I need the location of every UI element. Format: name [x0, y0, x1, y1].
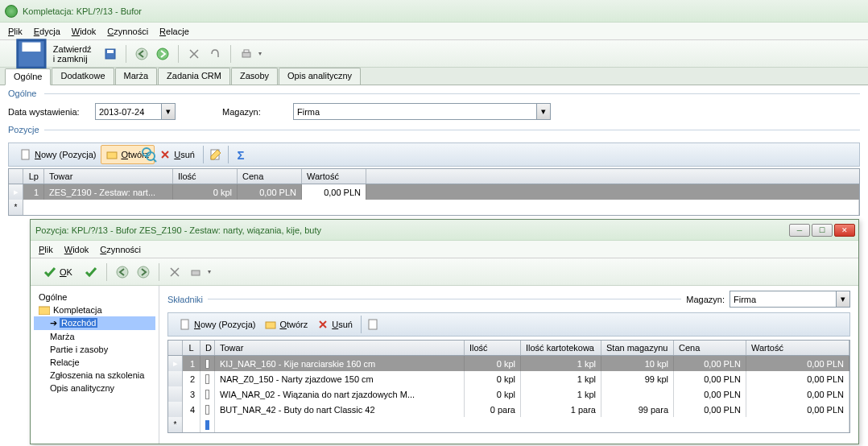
maximize-button[interactable]: ☐	[812, 224, 833, 237]
cena-header[interactable]: Cena	[238, 169, 302, 184]
main-tabs: Ogólne Dodatkowe Marża Zadania CRM Zasob…	[0, 68, 868, 85]
svg-rect-6	[242, 52, 250, 57]
wartosc-header[interactable]: Wartość	[302, 169, 366, 184]
menu-relacje[interactable]: Relacje	[159, 27, 189, 36]
mag-combo[interactable]: Firma ▾	[293, 103, 551, 120]
folder-icon	[39, 305, 50, 315]
edit-button[interactable]	[207, 146, 225, 163]
print-button[interactable]	[238, 45, 255, 63]
minimize-button[interactable]: ─	[789, 224, 810, 237]
cilosc-header[interactable]: Ilość	[465, 341, 521, 355]
table-row[interactable]: 4BUT_NAR_42 - Buty do nart Classic 420 p…	[168, 402, 849, 417]
ilosck-header[interactable]: Ilość kartotekowa	[521, 341, 601, 355]
new-row[interactable]	[168, 417, 849, 432]
stan-header[interactable]: Stan magazynu	[601, 341, 674, 355]
child-menu-czynnosci[interactable]: Czynności	[100, 245, 141, 254]
back-button[interactable]	[133, 45, 151, 63]
child-menu-widok[interactable]: Widok	[64, 245, 89, 254]
tree-zgloszenia[interactable]: Zgłoszenia na szkolenia	[34, 369, 155, 382]
table-row[interactable]: ▸ 1 ZES_Z190 - Zestaw: nart... 0 kpl 0,0…	[9, 184, 859, 200]
ilosc-header[interactable]: Ilość	[173, 169, 238, 184]
sum-button[interactable]: Σ	[232, 146, 250, 163]
attach-button[interactable]	[206, 45, 224, 63]
tree-marza[interactable]: Marża	[34, 330, 155, 343]
tree-kompletacja[interactable]: Kompletacja	[34, 304, 155, 316]
delete-position-button[interactable]: Usuń	[155, 145, 200, 164]
table-row[interactable]: 3WIA_NAR_02 - Wiązania do nart zjazdowyc…	[168, 386, 849, 402]
tree-relacje[interactable]: Relacje	[34, 356, 155, 369]
child-open-button[interactable]: Otwórz	[260, 315, 312, 334]
tree-rozchod[interactable]: ➔ Rozchód	[34, 316, 155, 330]
child-toolbar: OK ▾	[31, 258, 858, 286]
checkbox[interactable]	[205, 359, 209, 369]
checkbox[interactable]	[205, 405, 209, 415]
tab-ogolne[interactable]: Ogólne	[5, 68, 51, 85]
tools-button[interactable]	[185, 45, 203, 63]
child-grid: L D Towar Ilość Ilość kartotekowa Stan m…	[167, 340, 850, 433]
cwartosc-header[interactable]: Wartość	[746, 341, 849, 355]
chevron-down-icon[interactable]: ▾	[836, 291, 849, 307]
tab-zadania[interactable]: Zadania CRM	[158, 68, 230, 85]
mag-label: Magazyn:	[222, 107, 287, 117]
close-button[interactable]: ✕	[834, 224, 855, 237]
lp-header[interactable]: Lp	[23, 169, 44, 184]
check-icon	[43, 266, 56, 279]
child-menu-plik[interactable]: Plik	[39, 245, 53, 254]
child-delete-button[interactable]: Usuń	[312, 315, 358, 334]
date-combo[interactable]: 2013-07-24 ▾	[95, 103, 176, 120]
section-ogolne: Ogólne	[8, 89, 860, 98]
document-icon	[180, 319, 191, 330]
towar-header[interactable]: Towar	[44, 169, 173, 184]
nav-tree: Ogólne Kompletacja ➔ Rozchód Marża Parti…	[31, 286, 159, 444]
tab-marza[interactable]: Marża	[115, 68, 158, 85]
save-button[interactable]	[101, 45, 119, 63]
checkbox[interactable]	[205, 390, 209, 399]
selector-col	[9, 169, 23, 184]
chevron-down-icon[interactable]: ▾	[161, 104, 175, 119]
table-row[interactable]: ▸1KIJ_NAR_160 - Kije narciarskie 160 cm0…	[168, 356, 849, 371]
svg-point-11	[117, 266, 128, 278]
open-icon	[106, 149, 118, 160]
checkbox[interactable]	[205, 374, 209, 384]
forward-button[interactable]	[154, 45, 172, 63]
l-header[interactable]: L	[183, 341, 200, 355]
tab-dodatkowe[interactable]: Dodatkowe	[52, 68, 114, 85]
main-grid: Lp Towar Ilość Cena Wartość ▸ 1 ZES_Z190…	[8, 168, 860, 216]
tree-ogolne[interactable]: Ogólne	[34, 291, 155, 304]
new-row[interactable]	[9, 200, 859, 215]
child-tools-button[interactable]	[166, 263, 184, 281]
check-button[interactable]	[82, 263, 100, 281]
menu-widok[interactable]: Widok	[72, 27, 97, 36]
child-forward-button[interactable]	[134, 263, 152, 281]
date-label: Data wystawienia:	[8, 107, 89, 117]
ctowar-header[interactable]: Towar	[215, 341, 465, 355]
ok-button[interactable]: OK	[37, 262, 79, 282]
menu-czynnosci[interactable]: Czynności	[107, 27, 148, 36]
d-header[interactable]: D	[200, 341, 215, 355]
child-edit-button[interactable]	[365, 316, 382, 333]
child-back-button[interactable]	[114, 263, 131, 281]
new-position-button[interactable]: Nowy (Pozycja)	[15, 145, 101, 164]
table-row[interactable]: 2NAR_Z0_150 - Narty zjazdowe 150 cm0 kpl…	[168, 371, 849, 386]
ccena-header[interactable]: Cena	[674, 341, 746, 355]
section-pozycje: Pozycje	[8, 125, 860, 134]
open-position-button[interactable]: Otwórz	[101, 145, 155, 164]
svg-rect-1	[22, 42, 40, 51]
chevron-down-icon[interactable]: ▾	[536, 104, 550, 119]
tab-zasoby[interactable]: Zasoby	[231, 68, 278, 85]
confirm-close-button[interactable]: Zatwierdź i zamknij	[6, 44, 98, 64]
svg-point-4	[136, 48, 147, 60]
tree-opis[interactable]: Opis analityczny	[34, 382, 155, 394]
child-print-button[interactable]	[187, 263, 205, 281]
tab-opis[interactable]: Opis analityczny	[279, 68, 361, 85]
document-icon	[20, 149, 31, 160]
date-value: 2013-07-24	[99, 107, 144, 117]
svg-rect-8	[22, 150, 29, 159]
svg-rect-14	[39, 307, 50, 315]
svg-rect-17	[369, 320, 377, 329]
delete-icon	[317, 319, 329, 330]
child-new-button[interactable]: Nowy (Pozycja)	[175, 315, 260, 334]
child-mag-combo[interactable]: Firma ▾	[730, 291, 850, 308]
save-icon	[13, 35, 50, 72]
tree-partie[interactable]: Partie i zasoby	[34, 343, 155, 356]
